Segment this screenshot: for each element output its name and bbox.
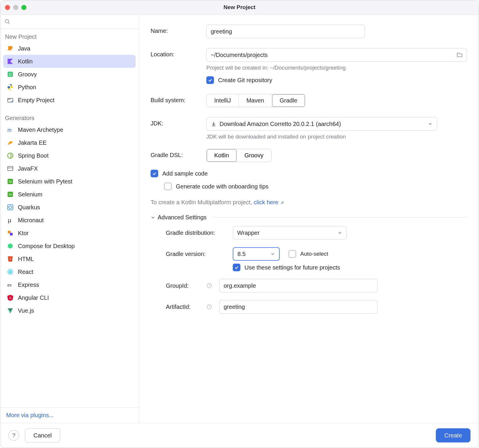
sidebar-item-empty-project[interactable]: Empty Project (3, 94, 136, 107)
name-label: Name: (151, 25, 206, 34)
sidebar-item-label: Kotlin (18, 58, 33, 65)
chevron-down-icon (338, 230, 342, 235)
micronaut-icon: μ (7, 217, 14, 224)
advanced-settings-toggle[interactable]: Advanced Settings (151, 214, 467, 221)
help-icon[interactable]: ? (206, 304, 212, 310)
sidebar-item-angular-cli[interactable]: A Angular CLI (3, 291, 136, 304)
svg-rect-15 (8, 205, 13, 210)
jdk-value: Download Amazon Corretto 20.0.2.1 (aarch… (220, 121, 341, 127)
sidebar-item-label: HTML (18, 256, 34, 262)
gradle-distribution-value: Wrapper (237, 230, 259, 236)
sidebar-item-label: Ktor (18, 230, 29, 237)
gradle-dsl-groovy[interactable]: Groovy (237, 149, 271, 162)
express-icon: ex (7, 281, 14, 288)
sidebar-item-maven-archetype[interactable]: m Maven Archetype (3, 123, 136, 136)
svg-text:A: A (9, 296, 11, 300)
sidebar-item-python[interactable]: Python (3, 81, 136, 94)
javafx-icon (7, 165, 14, 172)
sidebar-item-micronaut[interactable]: μ Micronaut (3, 214, 136, 227)
chevron-down-icon (428, 122, 433, 126)
sidebar-item-label: React (18, 269, 33, 275)
new-project-dialog: New Project New Project Java Kotlin (0, 0, 479, 448)
gradle-distribution-dropdown[interactable]: Wrapper (233, 226, 347, 240)
add-sample-code-checkbox[interactable] (151, 170, 158, 177)
create-git-checkbox[interactable] (206, 76, 214, 84)
vuejs-icon (7, 307, 14, 314)
sidebar-item-selenium-pytest[interactable]: Se Selenium with Pytest (3, 175, 136, 188)
cancel-button[interactable]: Cancel (25, 428, 60, 442)
sidebar-item-label: Compose for Desktop (18, 243, 75, 250)
multiplatform-link[interactable]: click here (254, 199, 278, 206)
sidebar-item-html[interactable]: 5 HTML (3, 252, 136, 265)
build-system-gradle[interactable]: Gradle (272, 94, 305, 107)
sidebar-item-label: Python (18, 84, 36, 91)
sidebar-item-ktor[interactable]: Ktor (3, 227, 136, 240)
sidebar-item-java[interactable]: Java (3, 42, 136, 55)
sidebar-item-groovy[interactable]: G Groovy (3, 68, 136, 81)
search-icon (4, 18, 10, 25)
create-button[interactable]: Create (436, 428, 470, 442)
sidebar-item-vuejs[interactable]: Vue.js (3, 304, 136, 317)
search-input-wrapper[interactable] (4, 18, 134, 25)
sidebar-item-label: Empty Project (18, 97, 54, 104)
chevron-down-icon (270, 252, 275, 256)
group-id-input[interactable] (219, 279, 378, 292)
location-hint: Project will be created in: ~/Documents/… (206, 65, 467, 71)
svg-text:Se: Se (9, 180, 12, 183)
sidebar-item-label: JavaFX (18, 165, 38, 172)
jdk-dropdown[interactable]: Download Amazon Corretto 20.0.2.1 (aarch… (206, 117, 437, 131)
sidebar-item-express[interactable]: ex Express (3, 278, 136, 291)
svg-line-1 (8, 22, 9, 23)
kotlin-icon (7, 58, 14, 65)
svg-text:m: m (7, 127, 11, 133)
build-system-segmented: IntelliJ Maven Gradle (206, 94, 305, 107)
add-sample-code-label: Add sample code (162, 170, 208, 177)
sidebar-item-quarkus[interactable]: Quarkus (3, 201, 136, 214)
svg-point-8 (8, 153, 13, 158)
browse-folder-button[interactable] (456, 52, 463, 58)
name-input[interactable] (206, 25, 365, 38)
sidebar-item-label: Jakarta EE (18, 139, 47, 146)
sidebar-heading-generators: Generators (3, 112, 136, 123)
sidebar-item-selenium[interactable]: Se Selenium (3, 188, 136, 201)
gradle-version-value: 8.5 (237, 251, 246, 257)
svg-text:?: ? (208, 284, 210, 287)
sidebar-item-kotlin[interactable]: Kotlin (3, 55, 136, 68)
onboarding-tips-label: Generate code with onboarding tips (176, 183, 269, 190)
build-system-intellij[interactable]: IntelliJ (207, 94, 239, 107)
sidebar-item-label: Quarkus (18, 204, 40, 211)
svg-point-0 (5, 19, 9, 23)
sidebar-item-label: Express (18, 282, 39, 288)
sidebar-item-javafx[interactable]: JavaFX (3, 162, 136, 175)
angular-icon: A (7, 294, 14, 301)
sidebar: New Project Java Kotlin G Groovy Python (0, 15, 139, 423)
sidebar-item-jakarta-ee[interactable]: Jakarta EE (3, 136, 136, 149)
external-link-icon: ↗ (279, 200, 284, 205)
sidebar-item-react[interactable]: React (3, 265, 136, 278)
build-system-maven[interactable]: Maven (239, 94, 272, 107)
svg-text:?: ? (208, 305, 210, 309)
gradle-version-dropdown[interactable]: 8.5 (233, 247, 280, 261)
gradle-dsl-kotlin[interactable]: Kotlin (207, 149, 237, 162)
use-future-checkbox[interactable] (233, 264, 240, 271)
maven-icon: m (7, 126, 14, 133)
python-icon (7, 84, 14, 91)
react-icon (7, 268, 14, 275)
auto-select-checkbox[interactable] (289, 250, 296, 258)
use-future-label: Use these settings for future projects (244, 264, 340, 271)
sidebar-item-label: Angular CLI (18, 294, 49, 301)
groovy-icon: G (7, 71, 14, 78)
search-input[interactable] (13, 18, 134, 25)
help-icon[interactable]: ? (206, 283, 212, 289)
location-input[interactable] (206, 48, 467, 62)
artifact-id-input[interactable] (219, 300, 378, 314)
sidebar-item-compose-desktop[interactable]: Compose for Desktop (3, 240, 136, 252)
gradle-dsl-label: Gradle DSL: (151, 149, 206, 159)
sidebar-item-spring-boot[interactable]: Spring Boot (3, 149, 136, 162)
sidebar-item-label: Java (18, 45, 30, 52)
more-via-plugins-link[interactable]: More via plugins... (6, 412, 54, 418)
build-system-label: Build system: (151, 94, 206, 104)
ktor-icon (7, 230, 14, 237)
onboarding-tips-checkbox[interactable] (164, 183, 172, 190)
help-button[interactable]: ? (9, 430, 19, 441)
